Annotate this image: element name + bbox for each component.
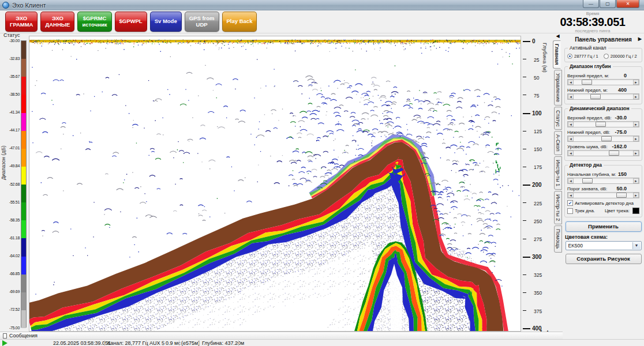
slider-thumb[interactable] (596, 122, 606, 127)
depth-unit-label: Глубина (м) (542, 43, 548, 73)
db-scale-segment (21, 95, 26, 112)
channel-2-radio[interactable] (604, 54, 609, 59)
depth-tick-label: 375 (534, 309, 542, 314)
control-panel: Панель управления ▶ Активный канал 28777… (563, 33, 644, 339)
slider-thumb[interactable] (590, 94, 601, 99)
apply-button[interactable]: Применить (566, 221, 642, 232)
minimize-button[interactable]: — (583, 0, 599, 8)
close-button[interactable]: ✕ (616, 0, 639, 8)
tab-главная[interactable]: Главная (553, 40, 561, 69)
gprmc-source-button[interactable]: $GPRMCисточник (77, 12, 111, 32)
depth-tick-label: 125 (534, 129, 542, 134)
upper-depth-label: Верхний предел, м: (567, 73, 609, 78)
capture-threshold-slider[interactable]: ◄► (567, 192, 639, 198)
maximize-button[interactable]: ▢ (600, 0, 616, 8)
depth-tick (523, 274, 526, 275)
gps-from-udp-button[interactable]: GPS fromUDP (185, 12, 219, 32)
activate-detector-checkbox[interactable]: ✔ (567, 200, 573, 206)
save-picture-button[interactable]: Сохранить Рисунок (566, 254, 642, 264)
color-scheme-label: Цветовая схема: (565, 234, 642, 240)
title-bar: Эхо Клиент — ▢ ✕ (0, 0, 644, 10)
depth-tick (523, 41, 530, 42)
sv-mode-button[interactable]: Sv Mode (150, 12, 182, 32)
tab-статус[interactable]: Статус (554, 107, 562, 130)
dynamic-range-title: Динамический диапазон (568, 106, 631, 111)
time-panel: Время 03:58:39.051 последнего пинга (544, 11, 642, 33)
start-depth-value: 150 (618, 171, 627, 177)
db-scale-label: -64.02 (6, 254, 20, 258)
app-icon (2, 2, 9, 9)
panel-expand-arrow-icon[interactable]: ▶ (638, 36, 642, 42)
db-scale-label: -49.84 (6, 164, 20, 168)
upper-db-value: -30.0 (615, 115, 627, 121)
depth-tick-label: 50 (534, 75, 539, 81)
depth-tick (523, 185, 530, 186)
start-depth-slider[interactable]: ◄► (567, 178, 639, 184)
bottom-detector-group: Детектор дна Начальная глубина, м: 150 ◄… (564, 165, 642, 217)
depth-tick (523, 202, 526, 203)
depth-tick-label: 150 (534, 146, 542, 152)
db-scale-segment (21, 274, 26, 292)
gpwpl-button[interactable]: $GPWPL (115, 12, 147, 32)
db-scale-segment (21, 167, 26, 185)
messages-bar[interactable]: Сообщения (0, 332, 563, 339)
db-scale-label: -44.17 (6, 128, 20, 132)
depth-tick-label: 25 (534, 57, 539, 63)
slider-thumb[interactable] (609, 151, 619, 156)
db-scale-segment (21, 310, 26, 328)
status-separator (104, 340, 105, 346)
slider-thumb[interactable] (601, 136, 612, 141)
lower-depth-slider[interactable]: ◄► (567, 93, 639, 100)
bottom-track-checkbox[interactable] (567, 208, 573, 214)
channel-1-label: 28777 Гц / 1 (574, 54, 598, 59)
noise-level-slider[interactable]: ◄► (567, 150, 639, 156)
depth-tick-label: 250 (534, 219, 542, 224)
messages-label: Сообщения (9, 333, 38, 339)
depth-tick-label: 400 (532, 325, 542, 332)
time-value: 03:58:39.051 (544, 16, 642, 28)
lower-db-slider[interactable]: ◄► (567, 136, 639, 142)
db-color-bar (21, 40, 27, 328)
channel-1-radio[interactable] (567, 54, 572, 59)
echo-data-button[interactable]: ЭХОДАННЫЕ (40, 12, 74, 32)
track-color-swatch[interactable] (632, 208, 639, 214)
upper-depth-slider[interactable]: ◄► (567, 79, 639, 85)
collapse-panel-arrow-icon[interactable]: ◀ (553, 33, 563, 39)
tab-помощь[interactable]: Помощь (554, 225, 562, 253)
status-item-1: Канал: 28,777 Гц (107, 340, 148, 346)
db-scale-label: -72.52 (6, 307, 20, 311)
depth-tick-label: 200 (532, 182, 542, 188)
slider-thumb[interactable] (582, 178, 593, 183)
capture-threshold-value: 50.0 (616, 186, 627, 191)
depth-scale: Глубина (м) ▼ ▲ 025507510012515017520022… (521, 33, 553, 332)
depth-tick (523, 292, 526, 293)
slider-thumb[interactable] (616, 193, 627, 198)
tab-инстр-ты-1[interactable]: Инстр-ты 1 (554, 156, 562, 190)
status-item-3: 0.9 мс (166, 340, 181, 346)
depth-tick (523, 257, 530, 258)
db-scale-segment (21, 113, 26, 131)
echogram-display[interactable] (29, 36, 521, 332)
side-tab-strip: ◀ ГлавнаяУправлениеСтатусА-СкопИнстр-ты … (553, 33, 563, 332)
status-separator (199, 340, 200, 346)
panel-header-title: Панель управления (575, 36, 632, 43)
db-color-scale: Диапазон (дБ) -30.00-32.83-35.67-38.50-4… (0, 33, 29, 332)
noise-level-value: -162.0 (612, 144, 627, 149)
color-scheme-combobox[interactable]: EK500 ▼ (566, 241, 642, 250)
depth-tick (523, 167, 526, 167)
echogram-button[interactable]: ЭХОГРАММА (5, 12, 38, 32)
depth-tick (523, 95, 526, 95)
tab-инстр-ты-2[interactable]: Инстр-ты 2 (554, 191, 562, 224)
db-scale-segment (21, 41, 26, 59)
active-channel-title: Активный канал (568, 45, 608, 51)
db-scale-label: -61.18 (6, 236, 20, 240)
upper-db-slider[interactable]: ◄► (567, 121, 639, 127)
combo-dropdown-arrow-icon[interactable]: ▼ (632, 242, 641, 249)
play-back-button[interactable]: Play Back (222, 12, 257, 32)
slider-thumb[interactable] (582, 80, 592, 85)
tab-управление[interactable]: Управление (554, 70, 562, 106)
depth-tick-label: 300 (532, 254, 542, 260)
play-status-icon (2, 340, 8, 346)
tab-а-скоп[interactable]: А-Скоп (554, 131, 562, 155)
depth-tick-label: 0 (532, 38, 536, 44)
